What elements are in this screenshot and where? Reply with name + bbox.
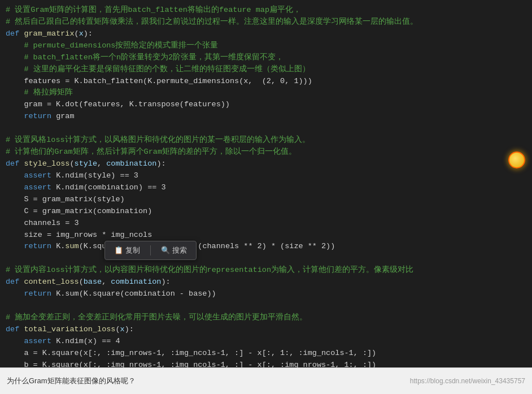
highlight-indicator (508, 151, 525, 168)
search-button[interactable]: 🔍 搜索 (158, 244, 190, 257)
search-icon: 🔍 (161, 246, 170, 255)
footer: 为什么Gram矩阵能表征图像的风格呢？ https://blog.csdn.ne… (0, 367, 532, 394)
menu-divider (150, 245, 151, 256)
code-line-7: features = K.batch_flatten(K.permute_dim… (6, 76, 526, 88)
footer-url: https://blog.csdn.net/weixin_43435757 (410, 377, 525, 385)
code-line-blank3 (6, 300, 526, 312)
code-line-20: size = img_nrows * img_ncols (6, 230, 526, 241)
code-line-12: # 设置风格loss计算方式，以风格图片和待优化的图片的某一卷积层的输入作为输入… (6, 135, 526, 146)
code-line-21: return K.sum(K.square(S - C)) / (4. * (c… (6, 241, 526, 253)
code-line-2: # 然后自己跟自己的转置矩阵做乘法，跟我们之前说过的过程一样。注意这里的输入是深… (6, 16, 526, 28)
copy-button[interactable]: 📋 复制 (111, 244, 143, 257)
code-line-3: def gram_matrix(x): (6, 28, 526, 40)
copy-icon: 📋 (114, 246, 123, 255)
copy-label: 复制 (125, 245, 140, 256)
code-line-10: return gram (6, 111, 526, 123)
code-line-4: # permute_dimensions按照给定的模式重排一个张量 (6, 40, 526, 52)
code-line-16: assert K.ndim(combination) == 3 (6, 182, 526, 194)
code-line-15: assert K.ndim(style) == 3 (6, 170, 526, 182)
code-line-19: channels = 3 (6, 218, 526, 230)
code-line-28: def total_variation_loss(x): (6, 324, 526, 336)
code-line-18: C = gram_matrix(combination) (6, 206, 526, 218)
code-line-5: # batch_flatten将一个n阶张量转变为2阶张量，其第一维度保留不变， (6, 52, 526, 64)
code-line-blank1 (6, 123, 526, 135)
code-line-25: return K.sum(K.square(combination - base… (6, 288, 526, 300)
code-line-29: assert K.ndim(x) == 4 (6, 336, 526, 348)
code-area: # 设置Gram矩阵的计算图，首先用batch_flatten将输出的featu… (0, 0, 532, 367)
code-line-17: S = gram_matrix(style) (6, 194, 526, 206)
code-line-27: # 施加全变差正则，全变差正则化常用于图片去噪，可以使生成的图片更加平滑自然。 (6, 312, 526, 324)
code-line-1: # 设置Gram矩阵的计算图，首先用batch_flatten将输出的featu… (6, 5, 526, 16)
footer-text: 为什么Gram矩阵能表征图像的风格呢？ (7, 376, 136, 386)
code-line-8: # 格拉姆矩阵 (6, 87, 526, 99)
code-line-blank2 (6, 253, 526, 265)
code-line-24: def content_loss(base, combination): (6, 276, 526, 288)
code-line-13: # 计算他们的Gram矩阵，然后计算两个Gram矩阵的差的平方，除以一个归一化值… (6, 146, 526, 158)
code-line-30: a = K.square(x[:, :img_nrows-1, :img_nco… (6, 348, 526, 360)
code-line-9: gram = K.dot(features, K.transpose(featu… (6, 99, 526, 111)
code-line-23: # 设置内容loss计算方式，以内容图片和待优化的图片的representati… (6, 265, 526, 276)
code-line-31: b = K.square(x[:, :img_nrows-1, :img_nco… (6, 360, 526, 367)
code-line-6: # 这里的扁平化主要是保留特征图的个数，让二维的特征图变成一维（类似上图） (6, 64, 526, 76)
code-line-14: def style_loss(style, combination): (6, 158, 526, 170)
search-label: 搜索 (172, 245, 187, 256)
context-menu: 📋 复制 🔍 搜索 (104, 241, 197, 260)
